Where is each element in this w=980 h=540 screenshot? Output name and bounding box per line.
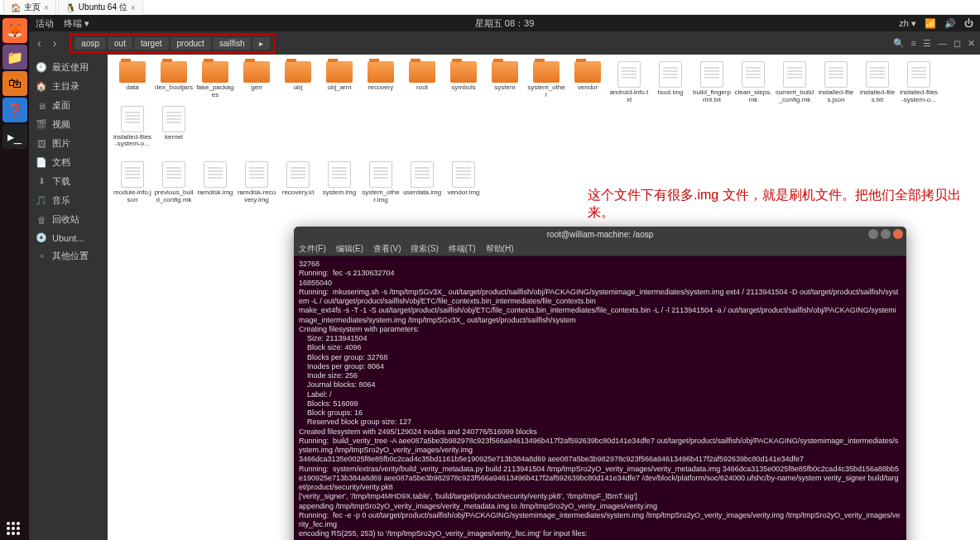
sound-icon[interactable]: 🔊 [944, 18, 956, 29]
terminal-title: root@william-machine: /aosp [547, 230, 654, 239]
terminal-menu-item[interactable]: 编辑(E) [336, 243, 363, 255]
terminal-menu-item[interactable]: 查看(V) [373, 243, 401, 255]
hamburger-icon[interactable]: ☰ [923, 38, 931, 49]
minimize-icon[interactable] [868, 229, 878, 239]
breadcrumb-item[interactable]: out [108, 37, 132, 50]
sidebar-item[interactable]: ⬇下载 [29, 172, 108, 191]
back-button[interactable]: ‹ [34, 36, 45, 50]
terminal-menu-item[interactable]: 搜索(S) [411, 243, 438, 255]
breadcrumb-item[interactable]: ▸ [252, 37, 270, 50]
activities-button[interactable]: 活动 [36, 17, 54, 30]
sidebar-item[interactable]: 🖼图片 [29, 134, 108, 153]
sidebar-item[interactable]: 💿Ubunt... [29, 229, 108, 246]
file-manager-content: datadex_bootjarsfake_packagesgenobjobj_a… [108, 55, 980, 540]
folder-item[interactable]: gen [237, 61, 276, 104]
terminal-title-bar[interactable]: root@william-machine: /aosp [294, 227, 906, 241]
folder-item[interactable]: data [113, 61, 152, 104]
search-icon[interactable]: 🔍 [893, 38, 905, 49]
places-sidebar: 🕘最近使用🏠主目录🖥桌面🎬视频🖼图片📄文档⬇下载🎵音乐🗑回收站💿Ubunt...… [29, 55, 108, 540]
file-item[interactable]: boot.img [651, 61, 690, 104]
sidebar-item[interactable]: 📄文档 [29, 153, 108, 172]
file-item[interactable]: current_build_config.mk [775, 61, 814, 104]
file-item[interactable]: kernel [154, 106, 194, 149]
terminal-window[interactable]: root@william-machine: /aosp 文件(F)编辑(E)查看… [294, 227, 906, 540]
top-bar: 活动 终端 ▾ 星期五 08：39 zh ▾ 📶 🔊 ⏻ [29, 15, 980, 31]
network-icon[interactable]: 📶 [925, 18, 936, 29]
folder-item[interactable]: vendor [568, 61, 608, 104]
sidebar-item[interactable]: 🕘最近使用 [29, 58, 108, 77]
maximize-icon[interactable] [881, 229, 891, 239]
file-item[interactable]: installed-files-system-o... [113, 106, 152, 149]
sidebar-item[interactable]: 🎵音乐 [29, 191, 108, 210]
desktop: 🦊 📁 🛍 ❓ ▸_ 活动 终端 ▾ 星期五 08：39 zh ▾ 📶 🔊 ⏻ … [0, 15, 980, 540]
file-item[interactable]: module-info.json [113, 161, 152, 204]
breadcrumb: aospouttargetproductsailfish▸ [70, 34, 275, 53]
file-item[interactable]: ramdisk.img [195, 161, 235, 204]
file-item[interactable]: previous_build_config.mk [154, 161, 194, 204]
host-tabs: 🏠主页× 🐧Ubuntu 64 位× [0, 0, 980, 15]
close-icon[interactable] [893, 229, 903, 239]
launcher: 🦊 📁 🛍 ❓ ▸_ [0, 15, 29, 540]
sidebar-item[interactable]: 🖥桌面 [29, 96, 108, 115]
breadcrumb-item[interactable]: aosp [74, 37, 106, 50]
file-item[interactable]: recovery.id [278, 161, 318, 204]
terminal-menu-item[interactable]: 终端(T) [449, 243, 476, 255]
folder-item[interactable]: system [485, 61, 525, 104]
folder-item[interactable]: system_other [526, 61, 566, 104]
file-item[interactable]: ramdisk-recovery.img [237, 161, 276, 204]
terminal-menu-item[interactable]: 文件(F) [299, 243, 326, 255]
forward-button[interactable]: › [50, 36, 60, 50]
folder-item[interactable]: fake_packages [195, 61, 235, 104]
terminal-output[interactable]: 32768Running: fec -s 213063270416855040R… [294, 256, 906, 540]
terminal-menu-item[interactable]: 帮助(H) [486, 243, 514, 255]
file-item[interactable]: vendor.img [444, 161, 483, 204]
file-item[interactable]: clean_steps.mk [733, 61, 773, 104]
file-item[interactable]: userdata.img [402, 161, 442, 204]
launcher-terminal[interactable]: ▸_ [2, 124, 27, 149]
close-icon[interactable]: × [131, 3, 136, 12]
breadcrumb-item[interactable]: sailfish [213, 37, 252, 50]
launcher-help[interactable]: ❓ [2, 98, 27, 122]
host-tab-vm[interactable]: 🐧Ubuntu 64 位× [58, 0, 143, 15]
folder-item[interactable]: recovery [361, 61, 401, 104]
launcher-software[interactable]: 🛍 [2, 71, 27, 96]
breadcrumb-item[interactable]: target [134, 37, 169, 50]
minimize-icon[interactable]: — [938, 38, 947, 49]
launcher-firefox[interactable]: 🦊 [2, 18, 27, 43]
input-method[interactable]: zh ▾ [899, 18, 916, 29]
sidebar-item[interactable]: 🗑回收站 [29, 210, 108, 229]
breadcrumb-item[interactable]: product [171, 37, 211, 50]
power-icon[interactable]: ⏻ [964, 18, 973, 28]
folder-item[interactable]: dex_bootjars [154, 61, 194, 104]
close-icon[interactable]: × [44, 3, 49, 12]
file-item[interactable]: system_other.img [361, 161, 401, 204]
file-item[interactable]: system.img [319, 161, 359, 204]
folder-item[interactable]: obj [278, 61, 318, 104]
clock[interactable]: 星期五 08：39 [475, 17, 535, 30]
folder-item[interactable]: root [402, 61, 442, 104]
terminal-menu: 文件(F)编辑(E)查看(V)搜索(S)终端(T)帮助(H) [294, 241, 906, 256]
show-apps-icon[interactable] [7, 522, 20, 535]
annotation-text: 这个文件下有很多.img 文件，就是刷机文件。把他们全部拷贝出来。 [588, 187, 980, 222]
maximize-icon[interactable]: ◻ [954, 38, 961, 49]
sidebar-item[interactable]: 🏠主目录 [29, 77, 108, 96]
file-manager-toolbar: ‹ › aospouttargetproductsailfish▸ 🔍 ≡ ☰ … [29, 31, 980, 55]
file-item[interactable]: installed-files.json [816, 61, 856, 104]
file-item[interactable]: installed-files.txt [858, 61, 897, 104]
host-tab-home[interactable]: 🏠主页× [3, 0, 56, 15]
file-item[interactable]: installed-files-system-o... [899, 61, 939, 104]
folder-item[interactable]: symbols [444, 61, 483, 104]
close-icon[interactable]: ✕ [968, 38, 975, 49]
file-item[interactable]: build_fingerprint.txt [692, 61, 732, 104]
folder-item[interactable]: obj_arm [319, 61, 359, 104]
view-list-icon[interactable]: ≡ [911, 38, 916, 49]
launcher-files[interactable]: 📁 [2, 45, 27, 69]
sidebar-item[interactable]: 🎬视频 [29, 115, 108, 134]
sidebar-item[interactable]: ＋其他位置 [29, 246, 108, 265]
file-item[interactable]: android-info.txt [609, 61, 649, 104]
app-menu[interactable]: 终端 ▾ [64, 17, 89, 30]
